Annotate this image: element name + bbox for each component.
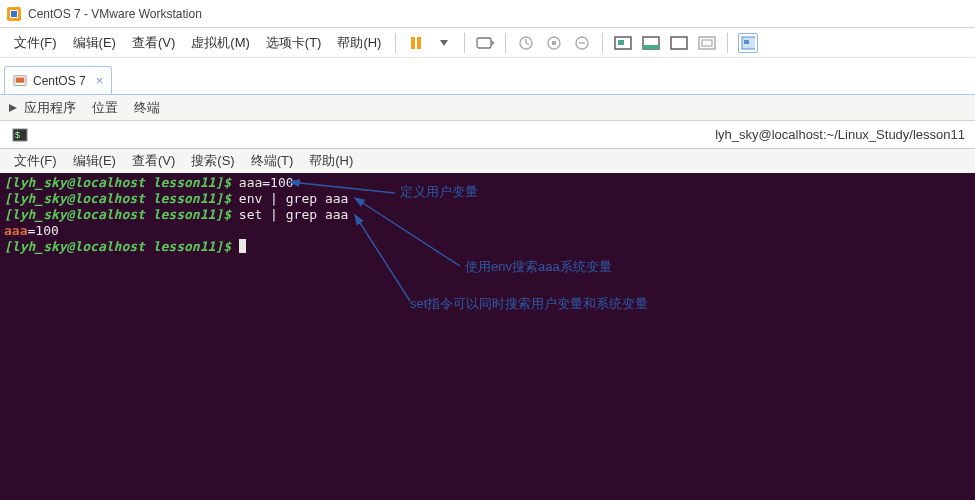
apps-arrow-icon <box>8 103 18 113</box>
term-menu-edit[interactable]: 编辑(E) <box>65 150 124 172</box>
vm-tab-icon <box>13 74 27 88</box>
window-title: CentOS 7 - VMware Workstation <box>28 7 202 21</box>
terminal-window-icon: $ <box>12 127 28 143</box>
separator <box>602 33 603 53</box>
term-menu-file[interactable]: 文件(F) <box>6 150 65 172</box>
svg-rect-2 <box>11 11 17 17</box>
svg-marker-21 <box>9 104 17 112</box>
dropdown-icon[interactable] <box>434 33 454 53</box>
separator <box>464 33 465 53</box>
terminal-body[interactable]: [lyh_sky@localhost lesson11]$ aaa=100 [l… <box>0 173 975 500</box>
terminal-titlebar: $ lyh_sky@localhost:~/Linux_Study/lesson… <box>0 121 975 149</box>
svg-rect-15 <box>699 37 715 49</box>
annotation-label: set指令可以同时搜索用户变量和系统变量 <box>410 295 648 313</box>
annotation-label: 使用env搜索aaa系统变量 <box>465 258 612 276</box>
terminal-title: lyh_sky@localhost:~/Linux_Study/lesson11 <box>715 127 965 142</box>
svg-rect-3 <box>411 37 415 49</box>
guest-area: 应用程序 位置 终端 $ lyh_sky@localhost:~/Linux_S… <box>0 94 975 500</box>
tab-close-icon[interactable]: × <box>96 73 104 88</box>
tab-bar: CentOS 7 × <box>0 58 975 94</box>
menu-view[interactable]: 查看(V) <box>124 30 183 56</box>
tab-label: CentOS 7 <box>33 74 86 88</box>
menu-file[interactable]: 文件(F) <box>6 30 65 56</box>
gnome-places[interactable]: 位置 <box>92 99 118 117</box>
window-titlebar: CentOS 7 - VMware Workstation <box>0 0 975 28</box>
vmware-icon <box>6 6 22 22</box>
revert-snapshot-icon[interactable] <box>572 33 592 53</box>
svg-rect-13 <box>643 45 659 49</box>
stretch-icon[interactable] <box>697 33 717 53</box>
fullscreen-icon[interactable] <box>613 33 633 53</box>
term-menu-terminal[interactable]: 终端(T) <box>243 150 302 172</box>
library-icon[interactable] <box>738 33 758 53</box>
svg-rect-18 <box>744 40 749 44</box>
terminal-menubar: 文件(F) 编辑(E) 查看(V) 搜索(S) 终端(T) 帮助(H) <box>0 149 975 173</box>
menu-tabs[interactable]: 选项卡(T) <box>258 30 330 56</box>
gnome-applications[interactable]: 应用程序 <box>8 99 76 117</box>
svg-rect-8 <box>552 41 556 45</box>
svg-rect-16 <box>702 40 712 46</box>
console-view-icon[interactable] <box>669 33 689 53</box>
snapshot-manager-icon[interactable] <box>544 33 564 53</box>
term-menu-help[interactable]: 帮助(H) <box>301 150 361 172</box>
separator <box>395 33 396 53</box>
menubar: 文件(F) 编辑(E) 查看(V) 虚拟机(M) 选项卡(T) 帮助(H) <box>0 28 975 58</box>
tab-centos7[interactable]: CentOS 7 × <box>4 66 112 94</box>
separator <box>505 33 506 53</box>
menu-edit[interactable]: 编辑(E) <box>65 30 124 56</box>
gnome-terminal-app[interactable]: 终端 <box>134 99 160 117</box>
pause-icon[interactable] <box>406 33 426 53</box>
svg-rect-14 <box>671 37 687 49</box>
svg-rect-4 <box>417 37 421 49</box>
term-menu-search[interactable]: 搜索(S) <box>183 150 242 172</box>
term-menu-view[interactable]: 查看(V) <box>124 150 183 172</box>
send-ctrl-alt-del-icon[interactable] <box>475 33 495 53</box>
separator <box>727 33 728 53</box>
menu-vm[interactable]: 虚拟机(M) <box>183 30 258 56</box>
svg-rect-20 <box>16 77 25 82</box>
svg-line-24 <box>290 182 395 193</box>
unity-icon[interactable] <box>641 33 661 53</box>
snapshot-icon[interactable] <box>516 33 536 53</box>
gnome-panel: 应用程序 位置 终端 <box>0 95 975 121</box>
annotation-label: 定义用户变量 <box>400 183 478 201</box>
svg-rect-5 <box>477 38 491 48</box>
svg-rect-11 <box>618 40 624 45</box>
svg-line-25 <box>355 198 460 266</box>
gnome-applications-label: 应用程序 <box>24 99 76 117</box>
svg-text:$: $ <box>15 130 20 140</box>
menu-help[interactable]: 帮助(H) <box>329 30 389 56</box>
